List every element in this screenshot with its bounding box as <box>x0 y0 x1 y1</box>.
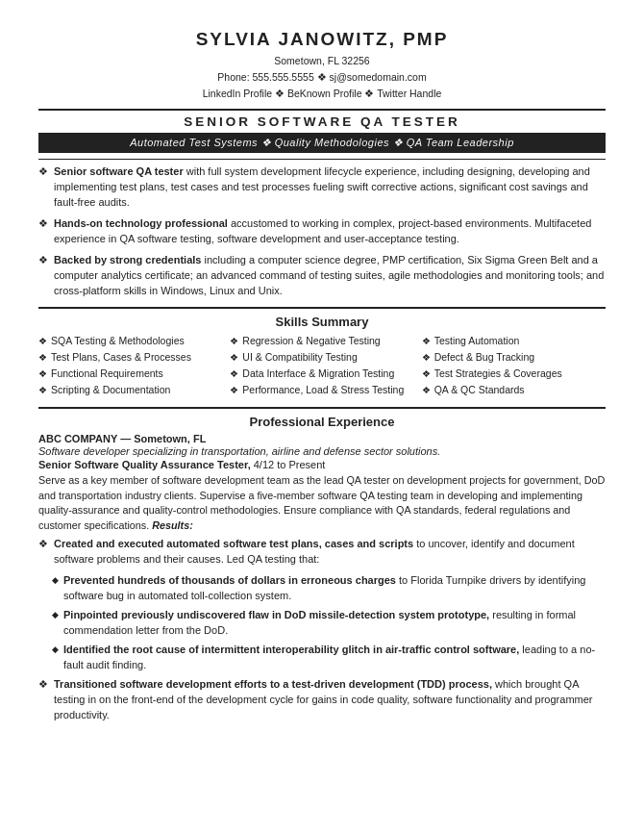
skill-diamond: ❖ <box>422 367 431 381</box>
diamond-icon-3: ❖ <box>38 254 48 266</box>
summary-bullet-3: ❖ Backed by strong credentials including… <box>38 253 606 299</box>
sub-diamond-3: ◆ <box>52 644 59 654</box>
sub-bullet-text-2: Pinpointed previously undiscovered flaw … <box>63 608 606 639</box>
tagline-bar: Automated Test Systems ❖ Quality Methodo… <box>38 133 606 153</box>
skills-col-3: ❖Testing Automation ❖Defect & Bug Tracki… <box>422 334 606 399</box>
skill-item: ❖UI & Compatibility Testing <box>230 350 413 365</box>
skill-item: ❖Scripting & Documentation <box>38 383 222 397</box>
skill-diamond: ❖ <box>230 384 238 397</box>
skill-diamond: ❖ <box>38 367 47 381</box>
summary-bullet-1: ❖ Senior software QA tester with full sy… <box>38 164 606 211</box>
skill-item: ❖Test Plans, Cases & Processes <box>38 350 222 365</box>
skill-diamond: ❖ <box>230 335 238 348</box>
skills-section: Skills Summary ❖SQA Testing & Methodolog… <box>38 315 606 399</box>
summary-bullet-2: ❖ Hands-on technology professional accus… <box>38 216 606 247</box>
skill-item: ❖Functional Requirements <box>38 366 222 381</box>
job-title-bold: Senior Software Quality Assurance Tester… <box>38 459 251 470</box>
candidate-name: SYLVIA JANOWITZ, PMP <box>38 29 606 50</box>
skill-diamond: ❖ <box>230 367 238 381</box>
summary-text-3: Backed by strong credentials including a… <box>54 253 606 299</box>
exp-diamond-1: ❖ <box>38 538 48 550</box>
summary-text-2: Hands-on technology professional accusto… <box>54 216 606 247</box>
skill-item: ❖Testing Automation <box>422 334 606 348</box>
exp-bullet-1: ❖ Created and executed automated softwar… <box>38 537 606 568</box>
diamond-icon-1: ❖ <box>38 165 48 178</box>
job-dates: 4/12 to Present <box>251 459 326 470</box>
skills-col-2: ❖Regression & Negative Testing ❖UI & Com… <box>230 334 413 399</box>
header-divider <box>38 109 606 111</box>
skill-diamond: ❖ <box>230 351 238 365</box>
skill-item: ❖Regression & Negative Testing <box>230 334 413 348</box>
skills-divider <box>38 407 606 409</box>
job-title-line: Senior Software Quality Assurance Tester… <box>38 459 606 470</box>
sub-bullets: ◆ Prevented hundreds of thousands of dol… <box>52 573 606 673</box>
skill-diamond: ❖ <box>38 384 47 397</box>
diamond-icon-2: ❖ <box>38 217 48 230</box>
job-title: SENIOR SOFTWARE QA TESTER <box>38 114 606 129</box>
experience-bullets: ❖ Created and executed automated softwar… <box>38 537 606 722</box>
sub-bullet-1: ◆ Prevented hundreds of thousands of dol… <box>52 573 606 604</box>
company-name: ABC COMPANY — Sometown, FL <box>38 433 606 444</box>
skill-diamond: ❖ <box>422 351 431 365</box>
skills-title: Skills Summary <box>38 315 606 329</box>
experience-title: Professional Experience <box>38 415 606 429</box>
skills-grid: ❖SQA Testing & Methodologies ❖Test Plans… <box>38 334 606 399</box>
exp-diamond-2: ❖ <box>38 678 48 691</box>
sub-bullet-text-1: Prevented hundreds of thousands of dolla… <box>63 573 606 604</box>
exp-bullet-text-2: Transitioned software development effort… <box>54 677 606 723</box>
summary-section: ❖ Senior software QA tester with full sy… <box>38 164 606 299</box>
skill-diamond: ❖ <box>422 384 431 397</box>
skill-item: ❖SQA Testing & Methodologies <box>38 334 222 348</box>
job-description: Serve as a key member of software develo… <box>38 473 606 534</box>
sub-bullet-text-3: Identified the root cause of intermitten… <box>63 643 606 673</box>
summary-text-1: Senior software QA tester with full syst… <box>54 164 606 211</box>
exp-bullet-2: ❖ Transitioned software development effo… <box>38 677 606 723</box>
exp-bullet-text-1: Created and executed automated software … <box>54 537 606 568</box>
results-label: Results: <box>152 519 193 531</box>
skill-item: ❖Defect & Bug Tracking <box>422 350 606 365</box>
skills-col-1: ❖SQA Testing & Methodologies ❖Test Plans… <box>38 334 222 399</box>
sub-diamond-2: ◆ <box>52 610 59 619</box>
skill-diamond: ❖ <box>422 335 431 348</box>
job-title-section: SENIOR SOFTWARE QA TESTER Automated Test… <box>38 114 606 153</box>
contact-info: Sometown, FL 32256 Phone: 555.555.5555 ❖… <box>38 53 606 101</box>
skill-item: ❖QA & QC Standards <box>422 383 606 397</box>
sub-diamond-1: ◆ <box>52 575 59 585</box>
sub-bullet-2: ◆ Pinpointed previously undiscovered fla… <box>52 608 606 639</box>
header: SYLVIA JANOWITZ, PMP Sometown, FL 32256 … <box>38 29 606 101</box>
skill-diamond: ❖ <box>38 335 47 348</box>
skill-item: ❖Data Interface & Migration Testing <box>230 366 413 381</box>
title-divider <box>38 159 606 160</box>
sub-bullet-3: ◆ Identified the root cause of intermitt… <box>52 643 606 673</box>
experience-section: Professional Experience ABC COMPANY — So… <box>38 415 606 723</box>
summary-divider <box>38 307 606 309</box>
skill-item: ❖Test Strategies & Coverages <box>422 366 606 381</box>
company-description: Software developer specializing in trans… <box>38 445 606 457</box>
skill-item: ❖Performance, Load & Stress Testing <box>230 383 413 397</box>
skill-diamond: ❖ <box>38 351 47 365</box>
